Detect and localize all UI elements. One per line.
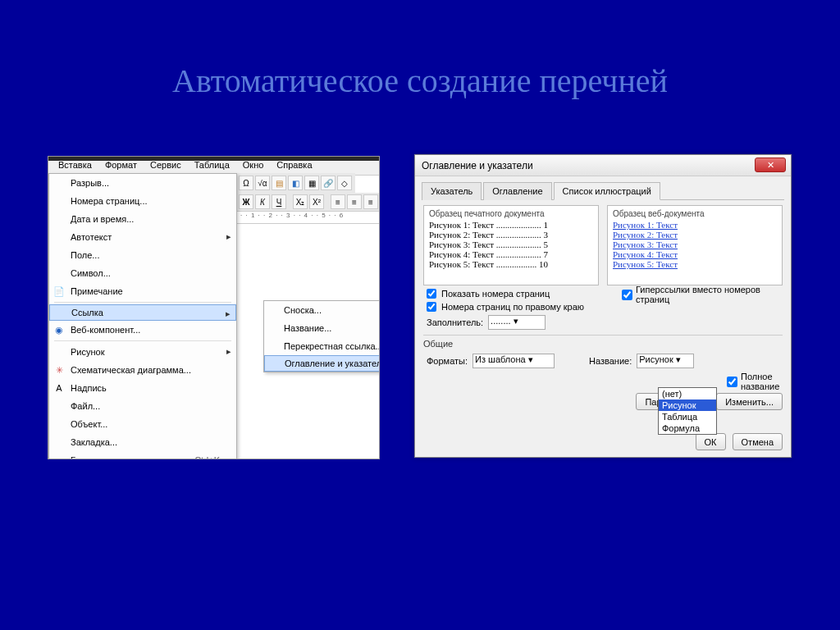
globe-icon: ◉ [52,323,66,336]
tabstrip: Указатель Оглавление Список иллюстраций [422,181,784,200]
diagram-icon: ✳ [52,363,66,377]
menu-item-textbox[interactable]: AНадпись [49,379,236,397]
editor-screenshot: Вставка Формат Сервис Таблица Окно Справ… [48,156,380,459]
preview-link: Рисунок 1: Текст [613,220,678,230]
right-align-checkbox[interactable] [427,302,436,312]
menu-item-file[interactable]: Файл... [49,397,236,415]
chart-icon[interactable]: ▤ [272,176,286,190]
list-item: Рисунок 5: Текст .................. 10 [429,259,593,269]
cancel-button[interactable]: Отмена [733,433,783,450]
caption-option-table[interactable]: Таблица [659,411,716,422]
show-page-numbers-checkbox[interactable] [427,289,436,299]
web-preview: Образец веб-документа Рисунок 1: Текст Р… [607,205,783,285]
window-chrome [48,157,379,161]
tab-toc[interactable]: Оглавление [483,182,551,200]
toc-index-dialog: Оглавление и указатели ✕ Указатель Оглав… [414,154,792,458]
slide-title: Автоматическое создание перечней [0,62,840,100]
menu-item-page-numbers[interactable]: Номера страниц... [49,192,236,210]
underline-button[interactable]: Ч [272,194,286,209]
menu-item-break[interactable]: Разрыв... [49,174,236,192]
align-center-icon[interactable]: ≡ [347,194,362,209]
print-preview-label: Образец печатного документа [429,209,593,218]
preview-link: Рисунок 5: Текст [613,259,678,269]
menu-item-autotext[interactable]: Автотекст [49,228,236,246]
group-common: Общие [423,335,783,349]
caption-option-figure[interactable]: Рисунок [659,399,716,411]
toolbar-formatting: Ж К Ч X₂ X² ≡ ≡ ≡ ≣ [235,193,380,211]
subscript-button[interactable]: X₂ [293,194,308,209]
submenu-caption[interactable]: Название... [264,319,380,337]
fullname-label: Полное название [741,372,791,391]
hyperlink-icon[interactable]: 🔗 [321,176,336,190]
menu-separator [54,302,231,303]
ruler: · · 1 · · 2 · · 3 · · 4 · · 5 · · 6 [235,211,379,224]
preview-link: Рисунок 4: Текст [613,249,678,259]
align-left-icon[interactable]: ≡ [331,194,345,209]
filler-label: Заполнитель: [427,317,483,327]
submenu-crossref[interactable]: Перекрестная ссылка... [264,337,380,355]
hyperlinks-checkbox[interactable] [622,290,632,300]
print-preview: Образец печатного документа Рисунок 1: Т… [423,205,599,285]
menu-item-object[interactable]: Объект... [49,415,236,433]
list-item: Рисунок 2: Текст .................... 3 [429,230,593,240]
fullname-checkbox[interactable] [727,377,737,387]
tab-index[interactable]: Указатель [422,182,482,200]
filler-select[interactable]: ........ ▾ [488,315,546,330]
preview-link: Рисунок 2: Текст [613,230,678,240]
modify-button[interactable]: Изменить... [716,393,783,410]
hyperlinks-label: Гиперссылки вместо номеров страниц [636,285,791,304]
list-item: Рисунок 4: Текст .................... 7 [429,249,593,259]
menu-item-diagram[interactable]: ✳Схематическая диаграмма... [49,361,236,379]
caption-select[interactable]: Рисунок ▾ [637,354,694,368]
caption-option-none[interactable]: (нет) [659,388,716,399]
menu-item-datetime[interactable]: Дата и время... [49,210,236,228]
menu-item-comment[interactable]: 📄Примечание [49,282,236,300]
textbox-icon: A [52,381,66,395]
hyperlinks-checkbox-row: Гиперссылки вместо номеров страниц [622,285,791,304]
caption-label: Название: [589,356,632,366]
formats-label: Форматы: [427,356,468,366]
equation-icon[interactable]: √α [255,176,270,190]
dialog-titlebar: Оглавление и указатели ✕ [415,155,791,176]
tab-illustrations[interactable]: Список иллюстраций [554,182,660,200]
superscript-button[interactable]: X² [309,194,324,209]
show-page-numbers-label: Показать номера страниц [441,289,550,299]
formats-select[interactable]: Из шаблона ▾ [472,354,555,368]
submenu-footnote[interactable]: Сноска... [264,301,380,319]
insert-menu-dropdown: Разрыв... Номера страниц... Дата и время… [48,173,237,459]
web-preview-label: Образец веб-документа [613,209,777,218]
list-item: Рисунок 1: Текст .................... 1 [429,220,593,230]
menu-item-hyperlink[interactable]: ∞Гиперссылка...Ctrl+K [49,451,236,459]
dialog-title: Оглавление и указатели [422,160,533,171]
list-item: Рисунок 3: Текст .................... 5 [429,240,593,249]
close-button[interactable]: ✕ [755,158,786,172]
shapes-icon[interactable]: ◇ [337,176,352,190]
caption-option-formula[interactable]: Формула [659,422,716,434]
toolbar-main: Ω √α ▤ ◧ ▦ 🔗 ◇ [235,173,355,193]
document-icon: 📄 [52,285,66,298]
menu-item-web-component[interactable]: ◉Веб-компонент... [49,321,236,339]
menu-item-picture[interactable]: Рисунок [49,343,236,361]
submenu-toc-index[interactable]: Оглавление и указатели... [264,355,380,372]
menu-item-reference[interactable]: Ссылка [49,304,236,321]
ok-button[interactable]: ОК [696,433,726,450]
menu-item-field[interactable]: Поле... [49,246,236,264]
menu-item-symbol[interactable]: Символ... [49,264,236,282]
omega-icon[interactable]: Ω [239,176,253,190]
shortcut-text: Ctrl+K [194,455,220,459]
bold-button[interactable]: Ж [239,194,253,209]
drawing-icon[interactable]: ◧ [288,176,303,190]
menu-item-bookmark[interactable]: Закладка... [49,433,236,451]
reference-submenu: Сноска... Название... Перекрестная ссылк… [263,300,380,372]
align-right-icon[interactable]: ≡ [363,194,378,209]
caption-dropdown-list: (нет) Рисунок Таблица Формула [658,387,717,435]
preview-link: Рисунок 3: Текст [613,240,678,249]
table-icon[interactable]: ▦ [304,176,319,190]
italic-button[interactable]: К [255,194,270,209]
menu-separator [54,340,231,341]
right-align-label: Номера страниц по правому краю [441,302,584,312]
link-icon: ∞ [52,454,66,459]
